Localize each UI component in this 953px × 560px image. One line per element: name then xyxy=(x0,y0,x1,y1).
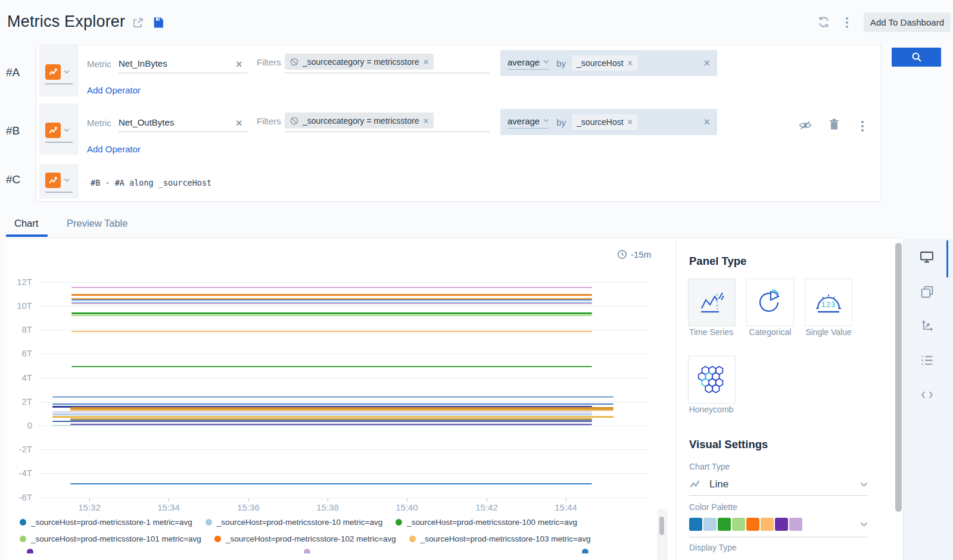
row-a-metric-type-dropdown[interactable] xyxy=(45,64,70,80)
code-view-icon[interactable] xyxy=(920,387,934,402)
panel-type-categorical[interactable] xyxy=(746,279,794,326)
chevron-down-icon xyxy=(543,59,549,65)
add-operator-link-a[interactable]: Add Operator xyxy=(87,85,141,95)
legend-dot-icon xyxy=(205,519,212,525)
save-icon[interactable] xyxy=(152,16,164,29)
delete-query-icon[interactable] xyxy=(828,117,840,132)
palette-swatch xyxy=(789,518,802,531)
time-range-indicator[interactable]: -15m xyxy=(617,249,651,259)
aggregation-select[interactable]: average xyxy=(507,116,549,129)
panel-type-label: Categorical xyxy=(737,327,803,337)
legend-item[interactable]: _sourceHost=prod-metricsstore-102 metric… xyxy=(214,534,396,543)
header-kebab-icon[interactable] xyxy=(842,15,852,30)
settings-scrollbar-thumb[interactable] xyxy=(895,243,902,512)
metric-label: Metric xyxy=(87,118,111,128)
palette-swatch xyxy=(761,518,774,531)
query-row-id-b: #B xyxy=(6,124,20,137)
group-by-remove-icon[interactable]: × xyxy=(628,58,633,68)
filter-pill-label: _sourcecategory = metricsstore xyxy=(303,116,419,126)
palette-swatch xyxy=(732,518,745,531)
overlay-panels-icon[interactable] xyxy=(920,284,934,299)
legend-item[interactable]: _sourceHost=prod-metricsstore-103 metric… xyxy=(409,534,591,543)
refresh-icon[interactable] xyxy=(817,15,831,29)
group-by-remove-icon[interactable]: × xyxy=(628,117,633,127)
group-by-pill[interactable]: _sourceHost × xyxy=(572,55,637,71)
legend-dot-icon xyxy=(214,536,221,542)
panel-divider xyxy=(675,239,676,560)
pie-chart-icon xyxy=(756,288,784,317)
query-row-id-a: #A xyxy=(6,66,20,79)
palette-swatch xyxy=(718,518,731,531)
ban-icon xyxy=(290,58,298,66)
aggregation-value: average xyxy=(507,57,540,67)
palette-swatches xyxy=(689,518,802,531)
tab-chart[interactable]: Chart xyxy=(14,218,38,229)
filter-remove-icon[interactable]: × xyxy=(423,115,429,126)
legend-label: _sourceHost=prod-metricsstore-10 metric=… xyxy=(217,518,382,527)
aggregation-select[interactable]: average xyxy=(507,57,549,70)
legend-row: _sourceHost=prod-metricsstore-1 metric=a… xyxy=(20,518,577,527)
metric-clear-icon[interactable]: × xyxy=(236,59,242,70)
active-tool-indicator xyxy=(946,240,948,277)
group-by-pill[interactable]: _sourceHost × xyxy=(572,114,637,130)
add-operator-link-b[interactable]: Add Operator xyxy=(87,144,141,154)
add-to-dashboard-button[interactable]: Add To Dashboard xyxy=(864,12,951,32)
legend-dot-icon xyxy=(27,549,33,553)
legend-item[interactable]: _sourceHost=prod-metricsstore-101 metric… xyxy=(20,534,201,543)
legend-row: _sourceHost=prod-metricsstore-101 metric… xyxy=(20,534,591,543)
row-b-metric-type-dropdown[interactable] xyxy=(45,123,70,138)
line-chart-icon xyxy=(45,64,61,80)
row-a-type-underline xyxy=(45,83,73,85)
chart-legend: _sourceHost=prod-metricsstore-1 metric=a… xyxy=(12,512,655,553)
legend-item[interactable]: _sourceHost=prod-metricsstore-100 metric… xyxy=(395,518,577,527)
metric-label: Metric xyxy=(87,59,111,69)
filter-remove-icon[interactable]: × xyxy=(423,57,429,67)
panel-type-title: Panel Type xyxy=(689,255,746,268)
tab-preview-table[interactable]: Preview Table xyxy=(67,218,127,229)
chevron-down-icon xyxy=(543,118,549,124)
metric-input[interactable]: Net_OutBytes xyxy=(119,117,174,127)
legend-item[interactable]: _sourceHost=prod-metricsstore-10 metric=… xyxy=(205,518,382,527)
metric-underline xyxy=(119,132,247,132)
ban-icon xyxy=(290,117,298,125)
row-c-type-underline xyxy=(45,192,73,193)
metrics-explorer-page: Metrics Explorer Add To Dashboard #A #B … xyxy=(0,0,953,560)
export-icon[interactable] xyxy=(132,17,144,29)
line-chart-type-icon xyxy=(689,480,701,489)
clock-icon xyxy=(617,249,627,259)
formula-input[interactable]: #B - #A along _sourceHost xyxy=(91,178,211,187)
legend-label: _sourceHost=prod-metricsstore-100 metric… xyxy=(407,518,577,527)
aggregation-clear-icon[interactable]: × xyxy=(703,117,710,127)
group-by-value: _sourceHost xyxy=(577,117,624,127)
time-range-label: -15m xyxy=(631,249,651,259)
display-view-icon[interactable] xyxy=(920,250,934,264)
chart-type-select[interactable]: Line xyxy=(689,476,868,493)
line-chart-icon xyxy=(45,123,61,138)
legend-item[interactable]: _sourceHost=prod-metricsstore-1 metric=a… xyxy=(20,518,192,527)
query-kebab-icon[interactable] xyxy=(858,119,867,133)
group-by-value: _sourceHost xyxy=(577,58,624,68)
color-palette-select[interactable] xyxy=(689,517,868,532)
chart-type-label: Chart Type xyxy=(689,462,730,471)
active-tab-indicator xyxy=(6,234,48,237)
panel-type-honeycomb[interactable] xyxy=(688,356,736,403)
legend-list-icon[interactable] xyxy=(920,353,934,367)
hide-query-icon[interactable] xyxy=(798,118,812,132)
aggregation-clear-icon[interactable]: × xyxy=(703,58,710,68)
run-search-button[interactable] xyxy=(892,48,941,67)
color-palette-label: Color Palette xyxy=(689,502,737,512)
by-label: by xyxy=(556,117,566,127)
search-icon xyxy=(911,52,922,62)
legend-scrollbar-thumb[interactable] xyxy=(659,517,664,535)
filter-pill[interactable]: _sourcecategory = metricsstore × xyxy=(285,112,434,129)
metric-input[interactable]: Net_InBytes xyxy=(119,58,167,68)
filter-pill[interactable]: _sourcecategory = metricsstore × xyxy=(285,54,434,70)
axes-icon[interactable] xyxy=(920,318,934,333)
panel-type-time-series[interactable] xyxy=(688,279,736,326)
chevron-down-icon xyxy=(860,482,868,487)
row-c-metric-type-dropdown[interactable] xyxy=(45,173,70,188)
svg-text:123: 123 xyxy=(821,300,836,309)
chevron-down-icon xyxy=(64,127,70,133)
metric-clear-icon[interactable]: × xyxy=(236,118,242,129)
panel-type-single-value[interactable]: 123 xyxy=(805,279,852,326)
